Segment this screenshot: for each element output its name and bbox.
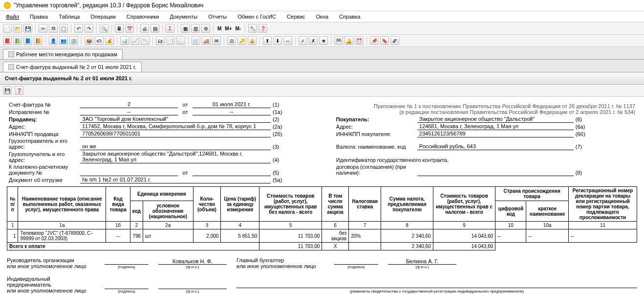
tb-cal-icon[interactable]: 📅 <box>125 24 134 33</box>
tb2-24-icon[interactable]: ⬇ <box>273 36 282 45</box>
tb-fx-icon[interactable]: Σ <box>166 24 174 33</box>
label-consignee: Грузополучатель и его адрес: <box>7 150 80 163</box>
tb2-31-icon[interactable]: ⏰ <box>355 36 364 45</box>
ref-3: (3) <box>271 137 324 150</box>
tb2-7-icon[interactable]: 🏢 <box>69 36 78 45</box>
tb-m[interactable]: M <box>216 26 222 31</box>
tb2-27-icon[interactable]: ✗ <box>309 36 318 45</box>
label-acct1: Главный бухгалтер <box>236 257 324 263</box>
document-header: Счет-фактура выданный № 2 от 01 июля 202… <box>0 72 644 85</box>
tab-icon <box>8 64 14 70</box>
menu-table[interactable]: Таблица <box>57 13 82 21</box>
menu-operations[interactable]: Операции <box>88 13 117 21</box>
label-inn-buyer: ИНН/КПП покупателя: <box>334 130 417 137</box>
tb2-12-icon[interactable]: 📈 <box>130 36 139 45</box>
label-from: от <box>178 101 193 108</box>
value-currency: Российский рубль, 643 <box>417 137 574 150</box>
col-country: Страна происхождения товара <box>495 187 569 201</box>
col-price: Цена (тариф) за единицу измерения <box>221 187 259 222</box>
col-rate: Налоговая ставка <box>349 187 381 222</box>
menu-service[interactable]: Сервис <box>285 13 307 21</box>
tb2-30-icon[interactable]: 🔔 <box>344 36 353 45</box>
value-buyer-addr: 124681, Москва г, Зеленоград, 1 Мая ул <box>417 123 574 130</box>
tb-cut-icon[interactable]: ✂ <box>39 24 47 33</box>
tb-open-icon[interactable]: 📂 <box>13 24 22 33</box>
tb2-22-icon[interactable]: 🔒 <box>248 36 257 45</box>
menu-edit[interactable]: Правка <box>28 13 50 21</box>
tb-help-icon[interactable]: ❓ <box>258 24 267 33</box>
tb2-11-icon[interactable]: 📊 <box>120 36 129 45</box>
totals-net: 11 703,00 <box>259 243 322 250</box>
value-correction-no: -- <box>80 108 178 115</box>
tab-manager-workspace[interactable]: Рабочее место менеджера по продажам <box>3 49 123 59</box>
tb2-13-icon[interactable]: 📉 <box>141 36 150 45</box>
value-inn-seller: 7705260699/770501001 <box>80 130 271 137</box>
tb2-26-icon[interactable]: ✓ <box>299 36 307 45</box>
tb2-15-icon[interactable]: 📑 <box>166 36 175 45</box>
tb2-3-icon[interactable]: 📘 <box>23 36 32 45</box>
label-seller-addr: Адрес: <box>7 123 80 130</box>
tab-invoice[interactable]: Счет-фактура выданный № 2 от 01 июля 202… <box>3 62 142 72</box>
doc-help-icon[interactable]: ❓ <box>15 86 23 95</box>
label-invoice-no: Счет-фактура № <box>7 101 80 108</box>
tb2-4-icon[interactable]: 📙 <box>34 36 43 45</box>
tb-undo-icon[interactable]: ↶ <box>74 24 83 33</box>
menu-docs[interactable]: Документы <box>168 13 199 21</box>
col-qty: Коли- чество (объем) <box>193 187 221 222</box>
tb2-14-icon[interactable]: 🗂 <box>156 36 165 45</box>
invoice-header-table: Счет-фактура № 2 от 01 июля 2021 г. (1) … <box>7 101 637 183</box>
tb2-10-icon[interactable]: 💰 <box>105 36 114 45</box>
tb-find-icon[interactable]: 🔍 <box>100 24 108 33</box>
tb-new-icon[interactable]: 📄 <box>3 24 12 33</box>
tb2-2-icon[interactable]: 📗 <box>13 36 22 45</box>
ip-sign-line <box>105 283 149 289</box>
tb2-21-icon[interactable]: 🔑 <box>237 36 246 45</box>
tb2-5-icon[interactable]: 👤 <box>49 36 58 45</box>
tb-props-icon[interactable]: ⚙ <box>201 24 210 33</box>
tb2-23-icon[interactable]: ⬆ <box>263 36 272 45</box>
tb-save-icon[interactable]: 💾 <box>23 24 32 33</box>
tb2-9-icon[interactable]: 🏷 <box>95 36 104 45</box>
menu-help[interactable]: Справка <box>337 13 362 21</box>
tb2-1-icon[interactable]: 📕 <box>3 36 12 45</box>
value-contract <box>417 163 574 176</box>
tb2-20-icon[interactable]: ⚖ <box>227 36 236 45</box>
tb-mminus[interactable]: M- <box>235 26 242 31</box>
app-title: "Управление торговлей", редакция 10.3 / … <box>14 2 204 9</box>
tb-calc-icon[interactable]: 🖩 <box>115 24 124 33</box>
tb2-32-icon[interactable]: 📌 <box>370 36 379 45</box>
tb-wrench-icon[interactable]: 🔧 <box>248 24 257 33</box>
acct-name: Белкина А. Г. <box>388 258 456 265</box>
tb-paste-icon[interactable]: 📋 <box>59 24 68 33</box>
tb-mplus[interactable]: M+ <box>224 26 233 31</box>
menu-windows[interactable]: Окна <box>314 13 331 21</box>
tb2-29-icon[interactable]: 🏁 <box>334 36 343 45</box>
menu-gosis[interactable]: Обмен с ГосИС <box>236 13 278 21</box>
tb2-33-icon[interactable]: 🔖 <box>380 36 389 45</box>
tb-cell-icon[interactable]: ▥ <box>191 24 200 33</box>
tb2-25-icon[interactable]: ↔ <box>283 36 292 45</box>
tb-table-icon[interactable]: ▦ <box>181 24 190 33</box>
tb2-17-icon[interactable]: 🛒 <box>192 36 200 45</box>
menu-refs[interactable]: Справочники <box>125 13 161 21</box>
menu-reports[interactable]: Отчеты <box>206 13 229 21</box>
tb-print-icon[interactable]: 🖨 <box>140 24 149 33</box>
totals-gross: 14 043,60 <box>433 243 495 250</box>
value-ship-doc: № п/п 1 №2 от 01.07.2021 г. <box>80 176 271 183</box>
label-currency: Валюта: наименование, код <box>334 137 417 150</box>
tb2-28-icon[interactable]: ★ <box>319 36 328 45</box>
tb2-16-icon[interactable]: 🧾 <box>176 36 185 45</box>
tb-preview-icon[interactable]: ▤ <box>150 24 159 33</box>
tb-copy-icon[interactable]: ⧉ <box>49 24 58 33</box>
tb2-8-icon[interactable]: 📦 <box>85 36 93 45</box>
tb2-18-icon[interactable]: 🚚 <box>202 36 211 45</box>
col-name: Наименование товара (описание выполненны… <box>18 187 106 222</box>
tab-bar-1: Рабочее место менеджера по продажам <box>0 47 644 60</box>
doc-save-icon[interactable]: 💾 <box>3 86 12 95</box>
signatures-row-2: Индивидуальный предприниматель или иное … <box>7 276 637 294</box>
tb2-34-icon[interactable]: 🖇 <box>390 36 399 45</box>
tb-redo-icon[interactable]: ↷ <box>85 24 93 33</box>
menu-file[interactable]: Файл <box>4 13 21 21</box>
tb2-6-icon[interactable]: 👥 <box>59 36 68 45</box>
tb2-19-icon[interactable]: ✉ <box>212 36 221 45</box>
